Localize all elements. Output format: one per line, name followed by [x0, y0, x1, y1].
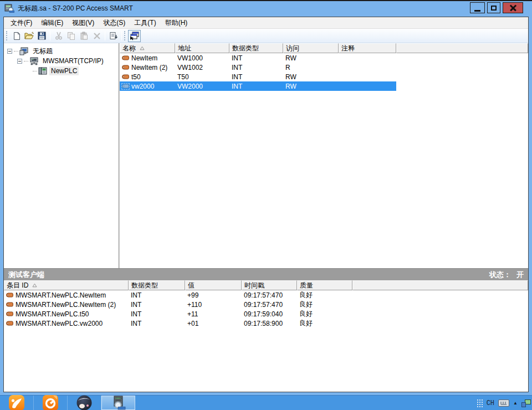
keyboard-icon[interactable]: [498, 399, 509, 407]
table-row[interactable]: t50 T50 INT RW: [120, 72, 528, 81]
menu-tools[interactable]: 工具(T): [130, 17, 160, 29]
language-indicator[interactable]: CH: [487, 399, 494, 407]
tree-item-project[interactable]: 无标题: [4, 46, 119, 56]
delete-button[interactable]: [90, 30, 103, 42]
item-type-cell: INT: [229, 72, 283, 81]
header-datatype[interactable]: 数据类型: [129, 280, 185, 290]
item-address-cell: T50: [175, 72, 229, 81]
test-id-cell: MWSMART.NewPLC.NewItem: [4, 290, 129, 300]
titlebar[interactable]: 无标题.sa - S7-200 PC Access SMART: [0, 1, 532, 16]
test-id-cell: MWSMART.NewPLC.vw2000: [4, 319, 129, 328]
header-value[interactable]: 值: [185, 280, 242, 290]
qq-avatar-icon: [76, 394, 93, 410]
open-file-button[interactable]: [23, 30, 35, 42]
taskbar-app-pc-access-smart[interactable]: [101, 396, 135, 410]
new-file-button[interactable]: [10, 30, 23, 42]
taskbar: CH ▲: [0, 395, 532, 410]
menu-edit[interactable]: 编辑(E): [37, 17, 68, 29]
minimize-button[interactable]: [470, 2, 485, 13]
test-timestamp-cell: 09:17:57:470: [242, 290, 297, 300]
open-folder-icon: [24, 32, 34, 40]
collapse-icon[interactable]: [7, 49, 12, 54]
test-row[interactable]: MWSMART.NewPLC.NewItem (2) INT +110 09:1…: [4, 300, 528, 309]
plc-icon: [38, 67, 47, 75]
test-client-toggle-button[interactable]: [128, 30, 141, 42]
test-client-title: 测试客户端: [8, 270, 44, 280]
test-row[interactable]: MWSMART.NewPLC.t50 INT +11 09:17:59:040 …: [4, 309, 528, 319]
header-timestamp[interactable]: 时间戳: [242, 280, 297, 290]
app-window: 无标题.sa - S7-200 PC Access SMART 文件(F) 编辑…: [0, 0, 532, 395]
header-address[interactable]: 地址: [175, 43, 229, 53]
test-value-cell: +110: [185, 300, 242, 309]
save-button[interactable]: [35, 30, 48, 42]
tree-label-plc[interactable]: NewPLC: [49, 66, 79, 75]
test-table-header: 条目 ID 数据类型 值 时间戳 质量: [4, 280, 528, 290]
copy-button[interactable]: [65, 30, 78, 42]
test-id-cell: MWSMART.NewPLC.t50: [4, 309, 129, 319]
header-item-id[interactable]: 条目 ID: [4, 280, 129, 290]
touch-grid-icon[interactable]: [477, 399, 483, 407]
taskbar-app-qq[interactable]: [68, 396, 101, 410]
new-file-icon: [12, 32, 21, 40]
close-button[interactable]: [503, 2, 523, 13]
table-row[interactable]: NewItem VW1000 INT RW: [120, 53, 528, 63]
header-datatype[interactable]: 数据类型: [229, 43, 283, 53]
item-type-cell: INT: [229, 53, 283, 63]
test-timestamp-cell: 09:17:58:900: [242, 319, 297, 328]
menu-file[interactable]: 文件(F): [6, 17, 37, 29]
minimize-icon: [474, 10, 480, 12]
pc-access-smart-icon: [111, 396, 126, 410]
paste-button[interactable]: [78, 30, 90, 42]
project-icon: [19, 47, 29, 55]
taskbar-app-uc-browser[interactable]: [0, 396, 34, 410]
header-filler: [396, 43, 528, 53]
export-symbols-button[interactable]: [107, 30, 120, 42]
table-row-selected[interactable]: vw2000 VW2000 INT RW: [120, 81, 528, 91]
show-hidden-icons[interactable]: ▲: [513, 401, 518, 406]
test-client-header: 测试客户端 状态： 开: [4, 268, 528, 280]
window-content: 文件(F) 编辑(E) 视图(V) 状态(S) 工具(T) 帮助(H): [3, 17, 529, 392]
tag-icon: [6, 311, 13, 317]
tag-icon: [6, 321, 13, 326]
app-icon: [4, 4, 14, 13]
header-quality[interactable]: 质量: [297, 280, 352, 290]
taskbar-app-g-browser[interactable]: [34, 396, 68, 410]
tree-label-interface[interactable]: MWSMART(TCP/IP): [41, 57, 105, 65]
window-controls: [470, 2, 523, 13]
test-type-cell: INT: [129, 309, 185, 319]
status-indicator: 状态： 开: [489, 270, 524, 280]
test-timestamp-cell: 09:17:57:470: [242, 300, 297, 309]
tree-item-plc[interactable]: NewPLC: [4, 66, 119, 76]
item-access-cell: RW: [283, 53, 339, 63]
test-row[interactable]: MWSMART.NewPLC.vw2000 INT +01 09:17:58:9…: [4, 319, 528, 328]
item-comment-cell: [339, 63, 396, 72]
network-pc-icon[interactable]: [521, 399, 531, 407]
menu-status[interactable]: 状态(S): [99, 17, 130, 29]
header-access[interactable]: 访问: [283, 43, 339, 53]
table-row[interactable]: NewItem (2) VW1002 INT R: [120, 63, 528, 72]
test-quality-cell: 良好: [297, 319, 352, 328]
tree-item-interface[interactable]: MWSMART(TCP/IP): [4, 56, 119, 66]
tree-label-project[interactable]: 无标题: [31, 46, 54, 57]
header-comment[interactable]: 注释: [339, 43, 396, 53]
copy-icon: [67, 32, 75, 40]
uc-browser-icon: [8, 394, 25, 410]
interface-icon: [29, 57, 39, 65]
menu-help[interactable]: 帮助(H): [161, 17, 192, 29]
export-list-icon: [109, 32, 118, 40]
menu-view[interactable]: 视图(V): [68, 17, 99, 29]
system-tray: CH ▲: [477, 396, 531, 410]
test-id-cell: MWSMART.NewPLC.NewItem (2): [4, 300, 129, 309]
test-row[interactable]: MWSMART.NewPLC.NewItem INT +99 09:17:57:…: [4, 290, 528, 300]
collapse-icon[interactable]: [17, 59, 22, 64]
save-icon: [38, 32, 46, 40]
maximize-button[interactable]: [487, 2, 500, 13]
item-access-cell: RW: [283, 72, 339, 81]
test-value-cell: +11: [185, 309, 242, 319]
header-name[interactable]: 名称: [120, 43, 175, 53]
tag-icon: [6, 293, 13, 298]
header-filler: [352, 280, 528, 290]
test-value-cell: +99: [185, 290, 242, 300]
test-value-cell: +01: [185, 319, 242, 328]
cut-button[interactable]: [52, 30, 65, 42]
